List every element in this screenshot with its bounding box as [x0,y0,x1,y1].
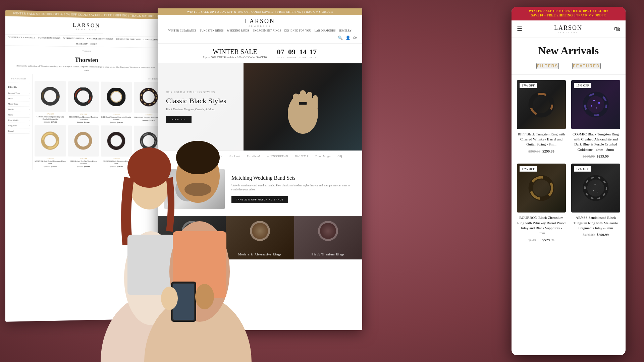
svg-point-43 [593,100,595,101]
mob-product-riff[interactable]: 17% OFF RIFF Black Tungsten Ring with Ch… [517,80,566,159]
svg-point-52 [599,188,599,188]
mob-product-bourbon[interactable]: 17% OFF BOURBON Black Zirconium Ring wit… [517,164,566,242]
mob-banner-code: SAVE10 + FREE SHIPPING [531,14,573,17]
filter-product-type[interactable]: Product Type › [8,90,30,96]
svg-rect-15 [293,94,299,110]
filter-stone[interactable]: Stone › [8,112,30,118]
mob-product-bourbon-badge: 17% OFF [520,166,537,172]
nav-help[interactable]: HELP [91,43,97,45]
mid-logo-sub: JEWELERS [163,25,357,27]
mob-page-title: New Arrivals [512,38,626,60]
hero-ring-svg [269,73,336,140]
mob-product-cosmic-prices: $360.00 $299.99 [571,154,620,158]
back-product-7[interactable]: 17% OFF BOURBON Black Zirconium Ring - 8… [101,126,132,168]
svg-rect-17 [307,92,312,109]
svg-point-0 [42,88,58,104]
mob-product-abyss-new-price: $399.99 [597,233,609,237]
nav-tungsten[interactable]: TUNGSTEN RINGS [38,37,60,40]
mob-menu-icon[interactable]: ☰ [517,25,522,33]
mid-nav-tungsten[interactable]: TUNGSTEN RINGS [200,29,224,32]
mob-logo-wrap: LARSON JEWELERS [554,24,582,34]
filter-metal[interactable]: Metal Type › [8,101,30,107]
mobile-layer: WINTER SALE UP TO 50% OFF & 10% OFF CODE… [512,7,626,355]
mob-product-abyss-name: ABYSS Sandblasted Black Tungsten Ring wi… [571,215,620,231]
mob-product-abyss-badge: 17% OFF [574,166,591,172]
filter-ring-width[interactable]: Ring Width › [8,117,30,123]
back-product-1[interactable]: 17% OFF COSMIC Black Tungsten Ring with … [35,81,66,123]
brand-theknot: the knot [229,155,240,158]
mob-filters-button[interactable]: FILTERS [536,63,559,69]
svg-point-11 [109,133,123,148]
mid-cat-titanium-label: Black Titanium Rings [294,253,362,256]
mid-header-icons: 🔍 👤 🛍 [338,36,357,41]
nav-jewelry[interactable]: JEWELRY [76,42,88,45]
mob-product-cosmic[interactable]: 17% OFF COSMIC Black Tungsten Ring with … [571,80,620,159]
riff-ring-svg [528,91,555,118]
mid-cat-tungsten[interactable]: Classic Tungsten Rings [158,216,226,259]
mob-header: ☰ LARSON JEWELERS 🛍 [512,20,626,38]
brand-digitist: DIGITIST [295,155,308,158]
back-product-3[interactable]: 17% OFF RIFF Black Tungsten Ring with Me… [101,81,132,124]
brand-gq: GQ [337,155,342,158]
mid-cat-modern[interactable]: Modern & Alternative Rings [226,216,294,259]
mid-logo: LARSON [163,18,357,25]
back-sidebar: FEATURED Filter By Product Type › Price … [5,74,33,170]
nav-wedding[interactable]: WEDDING RINGS [63,37,84,40]
mid-nav-wedding[interactable]: WEDDING RINGS [227,29,250,32]
mob-product-riff-prices: $360.00 $299.99 [517,149,566,153]
mob-product-abyss[interactable]: 17% OFF ABYSS Sandblasted Black Tungsten… [571,164,620,242]
mob-banner: WINTER SALE UP TO 50% OFF & 10% OFF CODE… [512,7,626,20]
filter-brand[interactable]: Brand › [8,128,30,133]
back-product-count: 771 PRODUCTS [35,76,164,80]
mob-banner-track[interactable]: TRACK MY ORDER [576,14,606,17]
cart-icon[interactable]: 🛍 [353,36,357,41]
back-product-2[interactable]: 17% OFF PHENOM Black Hammered Tungsten C… [68,81,99,124]
mid-nav-engagement[interactable]: ENGAGEMENT RINGS [253,29,281,32]
filter-price[interactable]: Price › [8,96,30,101]
account-icon[interactable]: 👤 [345,36,351,41]
mid-nav-diamonds[interactable]: LAB DIAMONDS [315,29,336,32]
mid-hero-sub: Black Titanium, Tungsten, Ceramic, & Mor… [166,108,241,111]
mob-logo-sub: JEWELERS [554,32,582,34]
mid-nav-clearance[interactable]: WINTER CLEARANCE [168,29,197,32]
back-nav: LARSON JEWELERS [5,16,166,37]
svg-point-45 [596,107,597,108]
mid-cat-titanium[interactable]: Black Titanium Rings [294,216,362,259]
search-icon[interactable]: 🔍 [338,36,343,41]
filter-ring-size[interactable]: Ring Size › [8,123,30,128]
mid-hero-img [244,63,362,150]
mob-product-abyss-old-price: $480.00 [583,233,595,237]
mid-banner-text: WINTER SALE UP TO 30% OFF & 10% OFF CODE… [187,10,302,13]
mid-hero-btn[interactable]: VIEW ALL [166,116,192,123]
mid-brands: ✦ WEDDINGWIRE faveable the knot BuzzFeed… [158,150,362,162]
cat-ring-tungsten [182,221,202,241]
mob-cart-icon[interactable]: 🛍 [614,25,620,33]
abyss-ring-svg [582,175,609,201]
nav-engagement[interactable]: ENGAGEMENT RINGS [87,37,113,40]
brand-yourtango: Your Tango [315,155,331,158]
mob-product-riff-name: RIFF Black Tungsten Ring with Charred Wh… [517,132,566,147]
mid-nav-designed[interactable]: DESIGNED FOR YOU [284,29,311,32]
filter-finish[interactable]: Finish › [8,107,30,112]
back-banner-track[interactable]: TRACK MY ORDER [130,14,159,18]
cosmic-ring-svg [582,91,609,118]
countdown-hours: 09 HOURS [287,48,297,59]
back-product-5[interactable]: 17% OFF MUSE 18k Gold Plated Titanium - … [35,125,66,168]
mid-matching-sub: Unity in matrimony and wedding bands. Sh… [231,184,356,192]
mid-nav-jewelry[interactable]: JEWELRY [339,29,352,32]
brand-wifebread: ✦ WIFEBREAD [267,155,288,158]
mob-featured-button[interactable]: FEATURED [572,63,600,69]
back-logo: LARSON JEWELERS [70,19,103,34]
svg-point-51 [595,184,596,185]
mid-matching-btn[interactable]: TAKE 25% OFF MATCHING BANDS [231,196,288,203]
mob-products-grid: 17% OFF RIFF Black Tungsten Ring with Ch… [512,75,626,247]
back-product-6[interactable]: 17% OFF HIRO Raised Dog Tag Matte Ring -… [68,125,99,168]
mid-banner-track[interactable]: TRACK MY ORDER [304,10,333,13]
mob-product-bourbon-old-price: $640.00 [528,238,540,242]
desktop-mid-layer: ▶ FEATURED WINTER SALE UP TO 30% OFF & 1… [158,8,362,330]
nav-clearance[interactable]: WINTER CLEARANCE [8,36,35,39]
mob-product-riff-old-price: $360.00 [528,149,540,153]
mid-hero: Our Bold & Timeless Styles Classic Black… [158,63,362,150]
mid-hero-tag: Our Bold & Timeless Styles [166,91,241,94]
nav-designed[interactable]: DESIGNED FOR YOU [116,38,141,41]
